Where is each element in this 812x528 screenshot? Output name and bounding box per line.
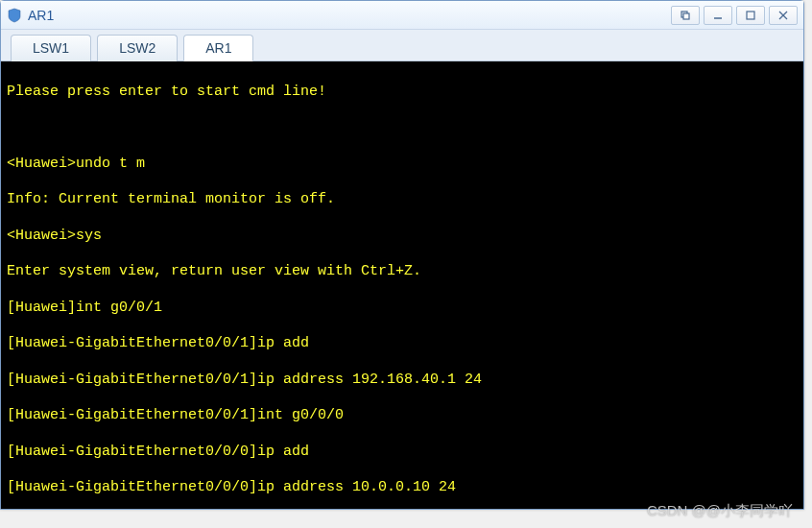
terminal-line: Please press enter to start cmd line! xyxy=(7,84,798,102)
terminal-line: Info: Current terminal monitor is off. xyxy=(7,191,798,209)
maximize-button[interactable] xyxy=(736,6,765,25)
terminal-line: <Huawei>sys xyxy=(7,228,798,246)
terminal-line: [Huawei-GigabitEthernet0/0/0]ip add xyxy=(7,444,798,462)
terminal-line: Enter system view, return user view with… xyxy=(7,263,798,281)
terminal-line: <Huawei>undo t m xyxy=(7,156,798,174)
popout-button[interactable] xyxy=(671,6,700,25)
terminal-line: [Huawei-GigabitEthernet0/0/1]ip address … xyxy=(7,372,798,390)
svg-rect-1 xyxy=(683,13,689,19)
titlebar: AR1 xyxy=(1,1,803,30)
tab-lsw2[interactable]: LSW2 xyxy=(97,35,178,61)
minimize-button[interactable] xyxy=(704,6,732,25)
window-controls xyxy=(671,6,798,25)
close-button[interactable] xyxy=(769,6,798,25)
terminal-line: [Huawei-GigabitEthernet0/0/1]ip add xyxy=(7,335,798,353)
terminal-line xyxy=(7,119,798,137)
tab-ar1[interactable]: AR1 xyxy=(183,35,253,61)
terminal-line: [Huawei-GigabitEthernet0/0/0]ip address … xyxy=(7,479,798,497)
app-icon xyxy=(7,8,22,23)
tab-lsw1[interactable]: LSW1 xyxy=(11,35,91,61)
terminal-line: [Huawei]int g0/0/1 xyxy=(7,300,798,318)
terminal-output[interactable]: Please press enter to start cmd line! <H… xyxy=(1,61,803,509)
app-window: AR1 LSW1 LSW2 AR1 Please press enter to … xyxy=(0,0,804,510)
tab-bar: LSW1 LSW2 AR1 xyxy=(1,30,803,61)
svg-rect-3 xyxy=(747,12,754,19)
terminal-line: [Huawei-GigabitEthernet0/0/1]int g0/0/0 xyxy=(7,407,798,425)
window-title: AR1 xyxy=(28,8,671,23)
